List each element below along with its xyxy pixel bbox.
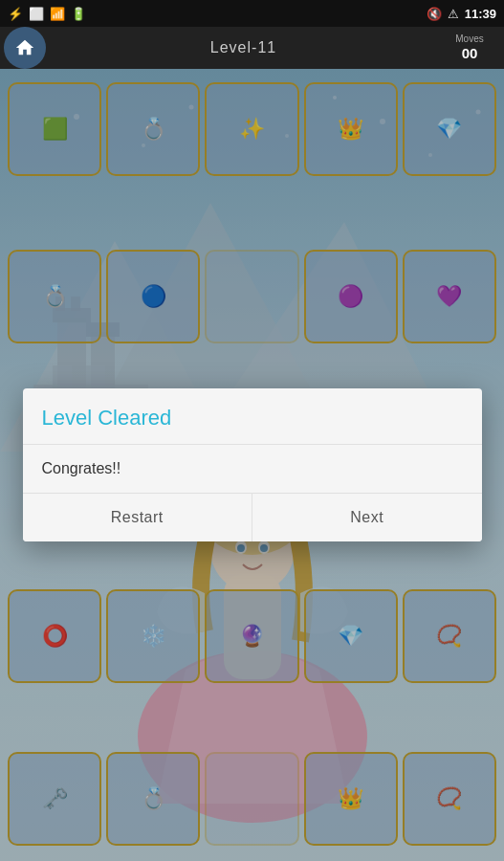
restart-button[interactable]: Restart (23, 494, 253, 541)
dialog-header: Level Cleared (23, 388, 482, 445)
wifi-icon: 📶 (50, 7, 65, 21)
moves-label: Moves (441, 33, 498, 45)
dialog-title: Level Cleared (42, 406, 172, 430)
mute-icon: 🔇 (427, 7, 442, 21)
screen-icon: ⬜ (29, 7, 44, 21)
next-button[interactable]: Next (252, 494, 482, 541)
status-time: 11:39 (465, 7, 496, 21)
game-background: 🟩 💍 ✨ 👑 💎 💍 🔵 🟣 💜 ⭕ ❄️ 🔮 💎 📿 🗝️ 💍 👑 📿 Le… (0, 69, 504, 861)
home-icon (14, 37, 35, 58)
dialog: Level Cleared Congrates!! Restart Next (23, 388, 482, 541)
moves-value: 00 (441, 45, 498, 62)
dialog-message: Congrates!! (42, 460, 121, 476)
top-bar: Level-11 Moves 00 (0, 27, 504, 69)
warning-icon: ⚠ (448, 7, 459, 21)
dialog-overlay: Level Cleared Congrates!! Restart Next (0, 69, 504, 861)
battery-icon: 🔋 (71, 7, 86, 21)
moves-box: Moves 00 (441, 33, 498, 62)
dialog-body: Congrates!! (23, 445, 482, 494)
dialog-buttons: Restart Next (23, 494, 482, 541)
usb-icon: ⚡ (8, 7, 23, 21)
status-bar: ⚡ ⬜ 📶 🔋 🔇 ⚠ 11:39 (0, 0, 504, 27)
home-button[interactable] (4, 27, 46, 69)
level-title: Level-11 (46, 39, 441, 56)
